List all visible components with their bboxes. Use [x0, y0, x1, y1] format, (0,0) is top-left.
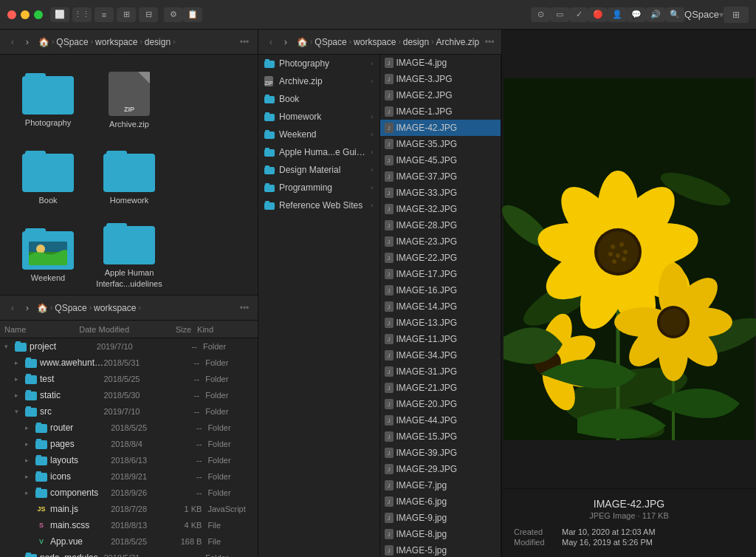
list-item[interactable]: ZIP Archive.zip: [89, 62, 170, 140]
expand-btn[interactable]: ▸: [25, 424, 35, 431]
panel-menu-btn-2[interactable]: •••: [237, 301, 252, 315]
col2-item[interactable]: J IMAGE-20.JPG: [380, 396, 501, 412]
list-item[interactable]: Book: [7, 140, 89, 217]
col-item[interactable]: Reference Web Sites ›: [258, 197, 379, 214]
table-row[interactable]: ▸ icons 2018/9/21 -- Folder: [0, 468, 258, 485]
forward-arrow-2[interactable]: ›: [21, 301, 34, 315]
grid-view-btn[interactable]: ⋮⋮: [72, 7, 92, 22]
col2-item[interactable]: J IMAGE-13.JPG: [380, 315, 501, 331]
list-item[interactable]: Weekend: [7, 217, 89, 295]
search-btn[interactable]: 🔍: [665, 7, 684, 22]
back-arrow-2[interactable]: ‹: [6, 301, 19, 315]
col2-item[interactable]: J IMAGE-5.jpg: [380, 542, 501, 557]
table-row[interactable]: ▸ pages 2018/8/4 -- Folder: [0, 436, 258, 452]
col-item[interactable]: Book: [258, 90, 379, 108]
col2-item[interactable]: J IMAGE-42.JPG: [380, 120, 501, 136]
col2-item[interactable]: J IMAGE-21.JPG: [380, 380, 501, 396]
list-item[interactable]: Photography: [7, 62, 89, 140]
col2-item[interactable]: J IMAGE-35.JPG: [380, 136, 501, 152]
col-item[interactable]: Design Material ›: [258, 161, 379, 179]
expand-btn[interactable]: ▾: [15, 408, 25, 415]
expand-btn[interactable]: ▸: [15, 392, 25, 399]
col2-item[interactable]: J IMAGE-44.JPG: [380, 412, 501, 428]
sidebar-toggle[interactable]: ⬜: [50, 7, 69, 22]
list-item[interactable]: Homework: [89, 140, 170, 217]
file-date: 2018/5/31: [103, 358, 167, 367]
table-row[interactable]: ▸ static 2018/5/30 -- Folder: [0, 387, 258, 403]
close-button[interactable]: [7, 10, 16, 19]
col2-item[interactable]: J IMAGE-16.JPG: [380, 282, 501, 298]
table-row[interactable]: ▸ test 2018/5/25 -- Folder: [0, 371, 258, 387]
col2-item[interactable]: J IMAGE-31.JPG: [380, 363, 501, 380]
layout-toggle[interactable]: ⊞: [724, 7, 749, 23]
table-row[interactable]: V App.vue 2018/5/25 168 B File: [0, 533, 258, 550]
col-item[interactable]: ZIP Archive.zip ›: [258, 72, 379, 90]
col2-item[interactable]: J IMAGE-28.JPG: [380, 217, 501, 233]
maximize-button[interactable]: [34, 10, 43, 19]
expand-btn[interactable]: ▾: [4, 343, 15, 350]
col2-item[interactable]: J IMAGE-17.JPG: [380, 266, 501, 282]
breadcrumb-qspace[interactable]: QSpace: [56, 37, 88, 47]
expand-btn[interactable]: ▸: [15, 554, 25, 557]
col2-item[interactable]: J IMAGE-8.jpg: [380, 526, 501, 542]
table-row[interactable]: S main.scss 2018/8/13 4 KB File: [0, 517, 258, 533]
col2-item[interactable]: J IMAGE-6.jpg: [380, 493, 501, 510]
col2-item[interactable]: J IMAGE-23.JPG: [380, 233, 501, 250]
col2-item[interactable]: J IMAGE-14.JPG: [380, 298, 501, 315]
col2-item[interactable]: J IMAGE-9.jpg: [380, 510, 501, 526]
breadcrumb-design[interactable]: design: [145, 37, 171, 47]
panel-menu-btn[interactable]: •••: [237, 35, 252, 49]
item-label: Photography: [25, 117, 71, 128]
breadcrumb-workspace-2[interactable]: workspace: [94, 303, 136, 313]
col2-item[interactable]: J IMAGE-45.JPG: [380, 152, 501, 168]
gear-icon[interactable]: ⚙: [164, 7, 183, 22]
table-row[interactable]: ▾ project 2019/7/10 -- Folder: [0, 338, 258, 355]
table-row[interactable]: ▸ www.awehunt.com 2018/5/31 -- Folder: [0, 355, 258, 371]
breadcrumb-qspace-2[interactable]: QSpace: [55, 303, 86, 313]
expand-btn[interactable]: ▸: [15, 359, 25, 366]
table-row[interactable]: JS main.js 2018/7/28 1 KB JavaScript: [0, 501, 258, 517]
col-item[interactable]: Weekend ›: [258, 126, 379, 143]
col2-item[interactable]: J IMAGE-37.JPG: [380, 168, 501, 185]
col2-item[interactable]: J IMAGE-39.JPG: [380, 445, 501, 461]
minimize-button[interactable]: [21, 10, 30, 19]
table-row[interactable]: ▾ src 2019/7/10 -- Folder: [0, 403, 258, 420]
table-row[interactable]: ▸ router 2018/5/25 -- Folder: [0, 420, 258, 436]
col-item[interactable]: Photography ›: [258, 55, 379, 72]
expand-btn[interactable]: ▸: [25, 457, 35, 464]
column-view-btn[interactable]: ⊞: [117, 7, 136, 22]
forward-arrow[interactable]: ›: [21, 35, 34, 49]
action-btn[interactable]: 📋: [183, 7, 202, 22]
col2-item[interactable]: J IMAGE-33.JPG: [380, 185, 501, 201]
breadcrumb-workspace[interactable]: workspace: [95, 37, 137, 47]
expand-btn[interactable]: ▸: [25, 440, 35, 448]
table-row[interactable]: ▸ components 2018/9/26 -- Folder: [0, 485, 258, 501]
col2-item[interactable]: J IMAGE-15.JPG: [380, 428, 501, 445]
back-arrow-3[interactable]: ‹: [264, 35, 278, 49]
list-item[interactable]: Apple HumanInterfac...uidelines: [89, 217, 170, 295]
jpg-icon: J: [385, 155, 394, 165]
col2-item[interactable]: J IMAGE-1.JPG: [380, 103, 501, 120]
col2-item[interactable]: J IMAGE-29.JPG: [380, 461, 501, 477]
col2-item[interactable]: J IMAGE-4.jpg: [380, 55, 501, 71]
col-item[interactable]: Programming ›: [258, 179, 379, 197]
back-arrow[interactable]: ‹: [6, 35, 19, 49]
col-item[interactable]: Homework ›: [258, 108, 379, 126]
expand-btn[interactable]: ▸: [15, 375, 25, 383]
col2-item[interactable]: J IMAGE-3.JPG: [380, 71, 501, 87]
expand-btn[interactable]: ▸: [25, 489, 35, 496]
col2-item[interactable]: J IMAGE-34.JPG: [380, 347, 501, 363]
col2-item[interactable]: J IMAGE-22.JPG: [380, 250, 501, 266]
col-item[interactable]: Apple Huma...e Guidelines ›: [258, 143, 379, 161]
more-view-btn[interactable]: ⊟: [139, 7, 158, 22]
table-row[interactable]: ▸ node_modules 2018/5/31 -- Folder: [0, 550, 258, 557]
table-row[interactable]: ▸ layouts 2018/6/13 -- Folder: [0, 452, 258, 468]
col2-item[interactable]: J IMAGE-7.jpg: [380, 477, 501, 493]
col2-item[interactable]: J IMAGE-11.JPG: [380, 331, 501, 347]
expand-btn[interactable]: ▸: [25, 473, 35, 480]
forward-arrow-3[interactable]: ›: [279, 35, 292, 49]
col2-item[interactable]: J IMAGE-32.JPG: [380, 201, 501, 217]
list-view-btn[interactable]: ≡: [94, 7, 114, 22]
col2-item[interactable]: J IMAGE-2.JPG: [380, 87, 501, 103]
panel-menu-btn-3[interactable]: •••: [484, 35, 495, 49]
